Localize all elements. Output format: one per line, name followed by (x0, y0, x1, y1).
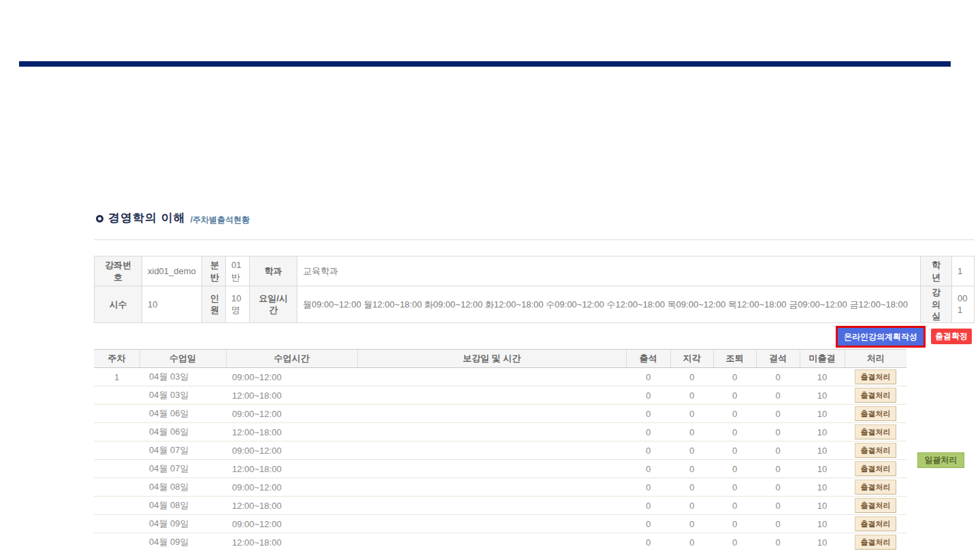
attendance-header-row: 주차 수업일 수업시간 보강일 및 시간 출석 지각 조퇴 결석 미출결 처리 (94, 350, 906, 368)
cell-time: 09:00~12:00 (226, 441, 357, 460)
cell-attend: 0 (626, 405, 670, 423)
header-early-leave: 조퇴 (713, 350, 756, 368)
cell-late: 0 (670, 368, 713, 386)
header-absent: 결석 (756, 350, 800, 368)
cell-attend: 0 (626, 460, 670, 478)
cell-date: 04월 09일 (140, 533, 226, 551)
cell-early_leave: 0 (713, 423, 756, 441)
attendance-process-button[interactable]: 출결처리 (855, 388, 896, 403)
cell-week: 1 (94, 368, 140, 386)
cell-late: 0 (670, 405, 713, 423)
attendance-row: 04월 09일09:00~12:00000010출결처리 (94, 515, 906, 533)
attendance-process-button[interactable]: 출결처리 (855, 406, 896, 421)
header-makeup: 보강일 및 시간 (357, 350, 626, 368)
cell-late: 0 (670, 386, 713, 405)
cell-week (94, 386, 140, 405)
enrollment-label: 인원 (202, 286, 226, 323)
cell-process: 출결처리 (845, 441, 906, 460)
cell-makeup (357, 533, 626, 551)
cell-time: 09:00~12:00 (226, 368, 357, 386)
department-value: 교육학과 (297, 256, 921, 286)
course-info-row: 강좌번호 xid01_demo 분반 01반 학과 교육학과 학년 1 (95, 256, 975, 286)
cell-attend: 0 (626, 368, 670, 386)
cell-time: 12:00~18:00 (226, 423, 357, 441)
attendance-row: 104월 03일09:00~12:00000010출결처리 (94, 368, 906, 386)
attendance-row: 04월 08일12:00~18:00000010출결처리 (94, 497, 906, 515)
attendance-row: 04월 09일12:00~18:00000010출결처리 (94, 533, 906, 551)
attendance-confirm-button[interactable]: 출결확정 (931, 329, 972, 344)
cell-absent: 0 (756, 368, 800, 386)
attendance-process-button[interactable]: 출결처리 (855, 424, 896, 439)
attendance-process-button[interactable]: 출결처리 (855, 443, 896, 458)
cell-absent: 0 (756, 441, 800, 460)
title-divider (94, 239, 974, 240)
cell-makeup (357, 515, 626, 533)
cell-absent: 0 (756, 515, 800, 533)
attendance-row: 04월 07일09:00~12:00000010출결처리 (94, 441, 906, 460)
section-label: 분반 (202, 256, 226, 286)
hours-label: 시수 (95, 286, 142, 323)
cell-makeup (357, 441, 626, 460)
cell-attend: 0 (626, 533, 670, 551)
cell-early_leave: 0 (713, 460, 756, 478)
page-title: 경영학의 이해 (108, 212, 186, 225)
cell-attend: 0 (626, 386, 670, 405)
attendance-body: 104월 03일09:00~12:00000010출결처리04월 03일12:0… (94, 368, 906, 551)
cell-absent: 0 (756, 460, 800, 478)
cell-late: 0 (670, 497, 713, 515)
cell-early_leave: 0 (713, 368, 756, 386)
cell-date: 04월 06일 (140, 405, 226, 423)
attendance-row: 04월 06일12:00~18:00000010출결처리 (94, 423, 906, 441)
cell-week (94, 460, 140, 478)
course-number-value: xid01_demo (142, 256, 202, 286)
title-bullet-icon (96, 215, 103, 222)
online-lecture-plan-button[interactable]: 온라인강의계획작성 (838, 328, 924, 346)
batch-process-button[interactable]: 일괄처리 (917, 452, 964, 468)
hours-value: 10 (142, 286, 202, 323)
cell-attend: 0 (626, 423, 670, 441)
cell-attend: 0 (626, 478, 670, 497)
cell-absent: 0 (756, 423, 800, 441)
cell-process: 출결처리 (845, 423, 906, 441)
cell-attend: 0 (626, 515, 670, 533)
cell-unmarked: 10 (800, 533, 845, 551)
attendance-status-page: 경영학의 이해 /주차별출석현황 강좌번호 xid01_demo 분반 01반 … (0, 0, 980, 551)
course-info-table: 강좌번호 xid01_demo 분반 01반 학과 교육학과 학년 1 시수 1… (94, 256, 975, 323)
cell-late: 0 (670, 441, 713, 460)
enrollment-value: 10명 (226, 286, 250, 323)
cell-week (94, 423, 140, 441)
cell-makeup (357, 386, 626, 405)
cell-process: 출결처리 (845, 533, 906, 551)
course-number-label: 강좌번호 (95, 256, 142, 286)
cell-late: 0 (670, 515, 713, 533)
cell-date: 04월 08일 (140, 497, 226, 515)
cell-date: 04월 03일 (140, 386, 226, 405)
cell-early_leave: 0 (713, 441, 756, 460)
attendance-process-button[interactable]: 출결처리 (855, 516, 896, 531)
cell-early_leave: 0 (713, 405, 756, 423)
attendance-process-button[interactable]: 출결처리 (855, 535, 896, 550)
cell-attend: 0 (626, 497, 670, 515)
cell-date: 04월 07일 (140, 460, 226, 478)
attendance-row: 04월 03일12:00~18:00000010출결처리 (94, 386, 906, 405)
cell-unmarked: 10 (800, 460, 845, 478)
attendance-process-button[interactable]: 출결처리 (855, 498, 896, 513)
department-label: 학과 (250, 256, 297, 286)
cell-process: 출결처리 (845, 497, 906, 515)
cell-makeup (357, 497, 626, 515)
header-class-time: 수업시간 (226, 350, 357, 368)
cell-time: 12:00~18:00 (226, 460, 357, 478)
attendance-process-button[interactable]: 출결처리 (855, 480, 896, 495)
attendance-process-button[interactable]: 출결처리 (855, 369, 896, 384)
cell-date: 04월 03일 (140, 368, 226, 386)
cell-unmarked: 10 (800, 441, 845, 460)
cell-early_leave: 0 (713, 533, 756, 551)
cell-late: 0 (670, 423, 713, 441)
attendance-process-button[interactable]: 출결처리 (855, 461, 896, 476)
cell-unmarked: 10 (800, 386, 845, 405)
cell-week (94, 478, 140, 497)
cell-date: 04월 08일 (140, 478, 226, 497)
classroom-value: 001 (952, 286, 975, 323)
classroom-label: 강의실 (921, 286, 952, 323)
attendance-row: 04월 06일09:00~12:00000010출결처리 (94, 405, 906, 423)
